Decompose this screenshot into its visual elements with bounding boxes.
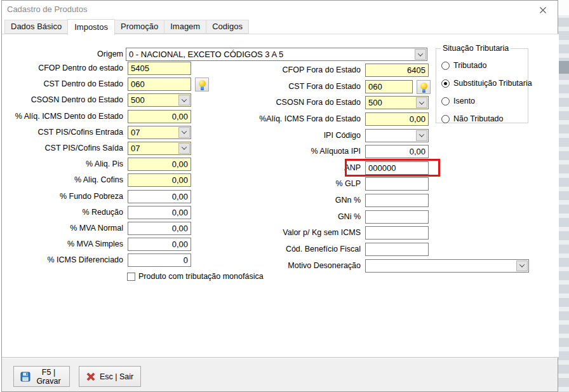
cod-beneficio-fiscal-label: Cód. Benefício Fiscal [255, 243, 363, 256]
dropdown-button[interactable] [178, 143, 190, 154]
dropdown-button[interactable] [178, 127, 190, 138]
aliquota-ipi-row: % Alíquota IPI [255, 145, 529, 161]
csosn-fora-do-estado-select[interactable]: 500 [365, 96, 429, 109]
chevron-down-icon [519, 262, 525, 267]
cfop-fora-do-estado-input[interactable] [365, 64, 429, 77]
save-button[interactable]: F5 | Gravar [13, 366, 70, 387]
valor-p-kg-sem-icms-label: Valor p/ Kg sem ICMS [255, 226, 363, 240]
aliq-cofins-input[interactable] [128, 173, 191, 187]
background-window-strip [558, 0, 569, 392]
reducao-row: % Redução [4, 206, 209, 222]
chevron-down-icon [182, 97, 187, 102]
anp-row: ANP [255, 161, 529, 178]
tab-dados-basico[interactable]: Dados Básico [4, 20, 68, 34]
save-button-label: F5 | Gravar [34, 368, 63, 386]
situacao-tributaria-title: Situação Tributaria [441, 44, 511, 53]
gnn-label: GNn % [255, 194, 363, 207]
dropdown-button[interactable] [415, 49, 426, 60]
aliq-icms-fora-do-estado-input[interactable] [365, 112, 429, 126]
cfop-dentro-do-estado-row: CFOP Dentro do estado [4, 62, 209, 78]
tab-promocao[interactable]: Promoção [114, 20, 164, 34]
aliq-pis-row: % Aliq. Pis [4, 158, 209, 173]
origem-label: Origem [4, 48, 126, 61]
csosn-fora-do-estado-label: CSOSN Fora do Estado [255, 96, 363, 109]
anp-input[interactable] [365, 161, 429, 175]
gni-row: GNi % [255, 210, 529, 227]
aliq-pis-input[interactable] [128, 158, 191, 171]
csosn-fora-do-estado-value: 500 [368, 98, 382, 107]
title-bar: Cadastro de Produtos [2, 1, 558, 18]
aliq-cofins-label: % Aliq. Cofins [4, 173, 126, 187]
glp-input[interactable] [365, 177, 429, 191]
cod-beneficio-fiscal-input[interactable] [365, 243, 429, 256]
chevron-down-icon [418, 51, 423, 56]
valor-p-kg-sem-icms-input[interactable] [365, 226, 429, 240]
left-field-column: CFOP Dentro do estadoCST Dentro do Estad… [4, 62, 209, 269]
cst-dentro-do-estado-input[interactable] [128, 78, 191, 91]
cst-pis-cofins-saida-select[interactable]: 07 [128, 142, 191, 155]
cst-fora-do-estado-label: CST Fora do Estado [255, 80, 363, 93]
icms-diferenciado-input[interactable] [128, 253, 191, 267]
aliq-pis-label: % Aliq. Pis [4, 158, 126, 171]
cst-fora-do-estado-input[interactable] [365, 80, 413, 93]
csosn-dentro-do-estado-label: CSOSN Dentro do Estado [4, 93, 126, 107]
tab-codigos[interactable]: Codigos [206, 20, 249, 34]
radio-isento[interactable]: Isento [441, 92, 532, 110]
origem-value: 0 - NACIONAL, EXCETO CÓDIGOS 3 A 5 [129, 50, 283, 59]
lightbulb-button[interactable] [195, 78, 209, 91]
aliq-icms-dento-do-estado-row: % Alíq. ICMS Dento do Estado [4, 110, 209, 126]
aliq-icms-dento-do-estado-input[interactable] [128, 110, 191, 123]
dropdown-button[interactable] [516, 260, 528, 271]
lightbulb-icon [417, 83, 430, 93]
cfop-fora-do-estado-label: CFOP Fora do Estado [255, 64, 363, 77]
radio-icon [441, 79, 450, 88]
tab-strip: Dados BásicoImpostosPromoçãoImagemCodigo… [4, 18, 558, 34]
close-icon [539, 6, 547, 14]
tab-imagem[interactable]: Imagem [164, 20, 206, 34]
cfop-dentro-do-estado-input[interactable] [128, 62, 191, 75]
cst-pis-cofins-entrada-select[interactable]: 07 [128, 126, 191, 139]
exit-button[interactable]: Esc | Sair [79, 366, 141, 387]
aliquota-ipi-input[interactable] [365, 145, 429, 158]
dropdown-button[interactable] [178, 95, 190, 105]
gni-input[interactable] [365, 210, 429, 224]
cst-pis-cofins-entrada-row: CST PIS/Cofins Entrada07 [4, 126, 209, 142]
mva-normal-label: % MVA Normal [4, 222, 126, 235]
mva-simples-label: % MVA Simples [4, 238, 126, 251]
fundo-pobreza-input[interactable] [128, 190, 191, 203]
cst-pis-cofins-saida-label: CST PIS/Cofins Saída [4, 142, 126, 155]
monofasica-checkbox-row[interactable]: Produto com tributação monofásica [127, 272, 264, 281]
cst-dentro-do-estado-label: CST Dentro do Estado [4, 78, 126, 91]
motivo-desoneracao-row: Motivo Desoneração [255, 259, 529, 276]
fundo-pobreza-row: % Fundo Pobreza [4, 190, 209, 206]
cst-pis-cofins-saida-value: 07 [131, 144, 140, 153]
radio-substituicao-tributaria[interactable]: Substituição Tributaria [441, 74, 532, 92]
motivo-desoneracao-select[interactable] [365, 259, 529, 273]
save-floppy-icon [20, 372, 30, 382]
mva-normal-input[interactable] [128, 222, 191, 235]
impostos-tab-panel: Origem 0 - NACIONAL, EXCETO CÓDIGOS 3 A … [2, 34, 559, 358]
cst-pis-cofins-saida-row: CST PIS/Cofins Saída07 [4, 142, 209, 158]
radio-nao-tributado[interactable]: Não Tributado [441, 110, 532, 128]
ipi-codigo-select[interactable] [365, 129, 429, 142]
exit-x-icon [86, 372, 96, 382]
dropdown-button[interactable] [416, 97, 427, 108]
gnn-input[interactable] [365, 194, 429, 207]
mva-simples-input[interactable] [128, 238, 191, 251]
close-button[interactable] [535, 4, 551, 16]
reducao-input[interactable] [128, 206, 191, 219]
aliq-cofins-row: % Aliq. Cofins [4, 173, 209, 189]
tab-impostos[interactable]: Impostos [67, 19, 115, 35]
reducao-label: % Redução [4, 206, 126, 219]
origem-select[interactable]: 0 - NACIONAL, EXCETO CÓDIGOS 3 A 5 [126, 48, 427, 61]
aliq-icms-fora-do-estado-label: %Alíq. ICMS Fora do Estado [255, 112, 363, 126]
gnn-row: GNn % [255, 194, 529, 210]
mva-normal-row: % MVA Normal [4, 222, 209, 238]
checkbox-icon[interactable] [127, 273, 135, 281]
dropdown-button[interactable] [416, 130, 427, 141]
cod-beneficio-fiscal-row: Cód. Benefício Fiscal [255, 243, 529, 259]
situacao-radio-list: TributadoSubstituição TributariaIsentoNã… [441, 57, 532, 128]
lightbulb-button[interactable] [417, 80, 431, 94]
csosn-dentro-do-estado-select[interactable]: 500 [128, 93, 191, 107]
radio-tributado[interactable]: Tributado [441, 57, 532, 74]
